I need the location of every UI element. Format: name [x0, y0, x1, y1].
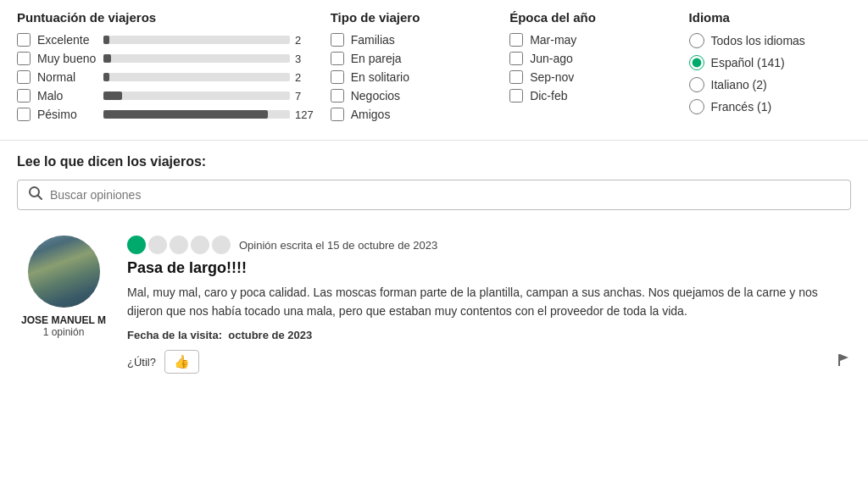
checkbox-familias[interactable] [331, 33, 344, 47]
bar-fill [103, 36, 109, 44]
filter-item-malo: Malo 7 [17, 89, 314, 103]
label-enpareja: En pareja [351, 52, 410, 65]
bar-pesimo: 127 [103, 108, 314, 121]
idioma-title: Idioma [689, 10, 851, 25]
filter-item-normal: Normal 2 [17, 70, 314, 84]
filter-item-muybueno: Muy bueno 3 [17, 52, 314, 65]
radio-espanol[interactable] [689, 55, 704, 70]
flag-icon[interactable] [836, 352, 851, 372]
label-junago: Jun-ago [530, 52, 589, 65]
epoca-title: Época del año [509, 10, 671, 25]
checkbox-marmay[interactable] [509, 33, 523, 47]
review-card: JOSE MANUEL M 1 opinión Opinión escrita … [17, 227, 851, 382]
checkbox-pesimo[interactable] [17, 108, 31, 121]
epoca-filter-group: Época del año Mar-may Jun-ago Sep-nov Di… [492, 10, 671, 126]
bar-fill [103, 73, 109, 81]
helpful-text: ¿Útil? [127, 356, 156, 369]
bar-normal: 2 [103, 71, 312, 84]
checkbox-amigos[interactable] [331, 108, 344, 121]
star-5 [212, 236, 231, 254]
checkbox-dicfeb[interactable] [509, 89, 523, 103]
reviewer-name: JOSE MANUEL M [21, 314, 106, 326]
filter-item-marmay: Mar-may [509, 33, 671, 47]
checkbox-negocios[interactable] [331, 89, 344, 103]
label-excelente: Excelente [37, 33, 97, 47]
puntuacion-filter-group: Puntuación de viajeros Excelente 2 Muy b… [17, 10, 314, 126]
visit-label: Fecha de la visita: [127, 329, 222, 341]
label-normal: Normal [37, 70, 97, 84]
checkbox-junago[interactable] [509, 52, 523, 65]
filter-item-dicfeb: Dic-feb [509, 89, 671, 103]
filters-section: Puntuación de viajeros Excelente 2 Muy b… [0, 0, 868, 141]
checkbox-malo[interactable] [17, 89, 31, 103]
review-date: Opinión escrita el 15 de octubre de 2023 [239, 239, 437, 252]
count-muybueno: 3 [295, 53, 312, 65]
bar-track [103, 110, 290, 119]
bar-excelente: 2 [103, 34, 312, 47]
review-body: Mal, muy mal, caro y poca calidad. Las m… [127, 284, 851, 320]
bar-fill [103, 92, 122, 100]
bar-track [103, 36, 290, 44]
reviews-title: Lee lo que dicen los viajeros: [17, 154, 851, 169]
star-3 [170, 236, 188, 254]
svg-rect-2 [838, 354, 840, 366]
filter-item-junago: Jun-ago [509, 52, 671, 65]
radio-todos[interactable] [689, 33, 704, 48]
filter-item-ensolitario: En solitario [331, 70, 492, 84]
label-todos: Todos los idiomas [711, 34, 805, 47]
count-normal: 2 [295, 71, 312, 84]
radio-item-todos: Todos los idiomas [689, 33, 851, 48]
star-4 [191, 236, 209, 254]
bar-fill [103, 54, 111, 63]
bar-fill [103, 110, 268, 119]
bar-track [103, 73, 290, 81]
filter-item-negocios: Negocios [331, 89, 492, 103]
checkbox-sepnov[interactable] [509, 70, 523, 84]
reviewer-info: JOSE MANUEL M 1 opinión [17, 236, 110, 374]
search-input[interactable] [50, 188, 840, 202]
radio-item-frances: Francés (1) [689, 99, 851, 114]
reviews-section: Lee lo que dicen los viajeros: JOSE MANU… [0, 141, 868, 382]
svg-marker-3 [840, 354, 849, 361]
checkbox-ensolitario[interactable] [331, 70, 344, 84]
visit-date-value: octubre de 2023 [228, 329, 312, 341]
label-amigos: Amigos [351, 108, 410, 121]
reviewer-reviews-count: 1 opinión [43, 326, 85, 338]
count-pesimo: 127 [295, 108, 314, 121]
puntuacion-title: Puntuación de viajeros [17, 10, 314, 25]
helpful-button[interactable]: 👍 [164, 350, 199, 374]
label-malo: Malo [37, 89, 97, 103]
filter-item-enpareja: En pareja [331, 52, 492, 65]
filter-item-pesimo: Pésimo 127 [17, 108, 314, 121]
label-familias: Familias [351, 33, 410, 47]
search-bar [17, 180, 851, 210]
label-marmay: Mar-may [530, 33, 589, 47]
thumbsup-icon: 👍 [174, 354, 190, 369]
review-title: Pasa de largo!!!! [127, 259, 851, 277]
label-pesimo: Pésimo [37, 108, 97, 121]
tipo-filter-group: Tipo de viajero Familias En pareja En so… [314, 10, 492, 126]
filter-item-familias: Familias [331, 33, 492, 47]
checkbox-normal[interactable] [17, 70, 31, 84]
radio-item-italiano: Italiano (2) [689, 77, 851, 92]
label-sepnov: Sep-nov [530, 70, 589, 84]
checkbox-muybueno[interactable] [17, 52, 31, 65]
filter-item-amigos: Amigos [331, 108, 492, 121]
bar-muybueno: 3 [103, 53, 312, 65]
label-dicfeb: Dic-feb [530, 89, 589, 103]
star-1 [127, 236, 146, 254]
checkbox-excelente[interactable] [17, 33, 31, 47]
bar-track [103, 92, 290, 100]
bar-track [103, 54, 290, 63]
svg-line-1 [38, 196, 42, 200]
avatar-image [28, 236, 100, 308]
review-actions: ¿Útil? 👍 [127, 350, 851, 374]
radio-frances[interactable] [689, 99, 704, 114]
label-espanol: Español (141) [711, 56, 785, 69]
star-2 [148, 236, 167, 254]
avatar [28, 236, 100, 308]
search-icon [28, 186, 43, 204]
count-excelente: 2 [295, 34, 312, 47]
radio-italiano[interactable] [689, 77, 704, 92]
checkbox-enpareja[interactable] [331, 52, 344, 65]
